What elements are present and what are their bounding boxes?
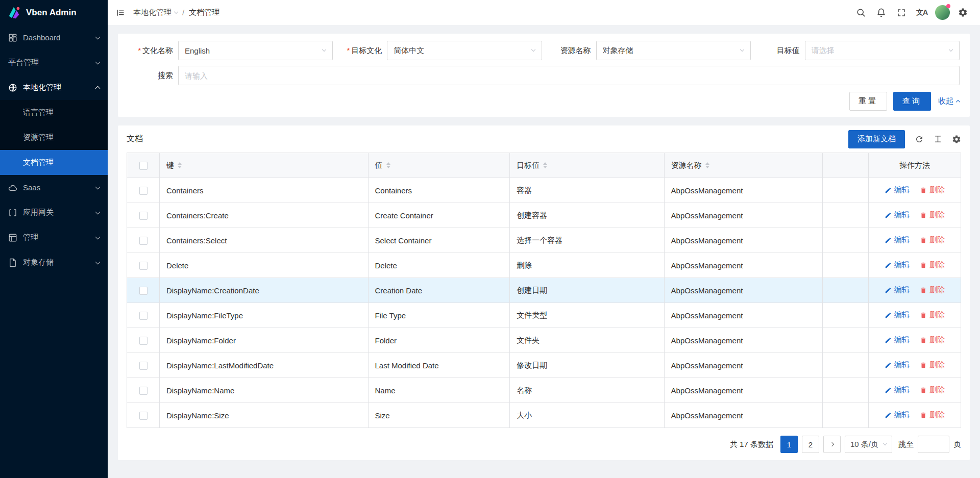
pencil-icon (885, 287, 892, 294)
page-size-value: 10 条/页 (850, 440, 878, 449)
query-button[interactable]: 查询 (893, 92, 931, 111)
row-checkbox[interactable] (139, 337, 148, 345)
edit-button[interactable]: 编辑 (885, 385, 910, 395)
sidebar-item-label: 对象存储 (23, 258, 96, 267)
edit-button[interactable]: 编辑 (885, 335, 910, 345)
page-size-select[interactable]: 10 条/页 (845, 436, 892, 453)
fullscreen-icon[interactable] (891, 0, 912, 25)
refresh-icon[interactable] (915, 135, 924, 144)
table-row: DisplayName:LastModifiedDate Last Modifi… (127, 353, 961, 378)
row-checkbox[interactable] (139, 312, 148, 320)
delete-button[interactable]: 删除 (920, 235, 945, 245)
table-row: Delete Delete 删除 AbpOssManagement 编辑 删除 (127, 253, 961, 278)
row-checkbox[interactable] (139, 262, 148, 270)
sidebar-item-dashboard[interactable]: Dashboard (0, 25, 108, 50)
cell-resource-name: AbpOssManagement (664, 328, 822, 353)
sidebar-item-platform-management[interactable]: 平台管理 (0, 50, 108, 75)
cell-value: Create Container (368, 203, 510, 228)
breadcrumb-parent[interactable]: 本地化管理 (133, 8, 178, 17)
sort-icon[interactable] (543, 162, 547, 168)
column-header-value[interactable]: 值 (368, 153, 510, 178)
edit-button[interactable]: 编辑 (885, 410, 910, 420)
field-label: *目标文化 (337, 46, 387, 56)
search-input[interactable] (178, 66, 960, 85)
delete-button[interactable]: 删除 (920, 260, 945, 270)
translate-icon[interactable]: 文A (912, 0, 932, 25)
field-target-value: 目标值 请选择 (755, 41, 960, 60)
delete-button[interactable]: 删除 (920, 185, 945, 195)
row-checkbox[interactable] (139, 287, 148, 295)
cell-key: Containers:Create (160, 203, 369, 228)
notification-bell-icon[interactable] (871, 0, 891, 25)
collapse-link[interactable]: 收起 (938, 96, 960, 106)
edit-button[interactable]: 编辑 (885, 210, 910, 220)
menu-fold-icon[interactable] (108, 0, 133, 25)
table-row: Containers:Select Select Container 选择一个容… (127, 228, 961, 253)
delete-button[interactable]: 删除 (920, 310, 945, 320)
chevron-down-icon (883, 441, 887, 445)
page-content: *文化名称 English *目标文化 简体中文 资源名称 (108, 25, 980, 478)
sidebar-item-resource-management[interactable]: 资源管理 (0, 125, 108, 150)
delete-button[interactable]: 删除 (920, 410, 945, 420)
cell-spacer (823, 303, 869, 328)
row-checkbox[interactable] (139, 237, 148, 245)
cell-target-value: 修改日期 (510, 353, 664, 378)
column-settings-gear-icon[interactable] (952, 135, 961, 144)
sidebar-item-management[interactable]: 管理 (0, 225, 108, 250)
cell-resource-name: AbpOssManagement (664, 378, 822, 403)
edit-button[interactable]: 编辑 (885, 310, 910, 320)
column-header-key[interactable]: 键 (160, 153, 369, 178)
sort-icon[interactable] (705, 162, 709, 168)
page-1-button[interactable]: 1 (780, 436, 798, 453)
sidebar-item-localization-management[interactable]: 本地化管理 (0, 75, 108, 100)
delete-button[interactable]: 删除 (920, 285, 945, 295)
target-value-select[interactable]: 请选择 (805, 41, 960, 60)
row-checkbox[interactable] (139, 187, 148, 195)
sidebar-item-saas[interactable]: Saas (0, 175, 108, 200)
sidebar-item-object-storage[interactable]: 对象存储 (0, 250, 108, 275)
sidebar-menu: Dashboard 平台管理 本地化管理 语言管理 资源管理 文档管理 (0, 25, 108, 478)
sort-icon[interactable] (178, 162, 182, 168)
edit-button[interactable]: 编辑 (885, 185, 910, 195)
row-checkbox[interactable] (139, 387, 148, 395)
delete-button[interactable]: 删除 (920, 385, 945, 395)
logo-icon (6, 5, 21, 20)
next-page-button[interactable] (823, 436, 841, 453)
sidebar-item-language-management[interactable]: 语言管理 (0, 100, 108, 125)
reset-button[interactable]: 重置 (849, 92, 887, 111)
edit-button[interactable]: 编辑 (885, 235, 910, 245)
chevron-down-icon (531, 47, 535, 52)
sidebar-item-app-gateway[interactable]: 应用网关 (0, 200, 108, 225)
row-checkbox[interactable] (139, 412, 148, 420)
column-header-target-value[interactable]: 目标值 (510, 153, 664, 178)
culture-name-select[interactable]: English (178, 41, 333, 60)
target-culture-select[interactable]: 简体中文 (387, 41, 542, 60)
cell-spacer (823, 328, 869, 353)
sidebar-item-document-management[interactable]: 文档管理 (0, 150, 108, 175)
resource-name-select[interactable]: 对象存储 (596, 41, 751, 60)
file-icon (8, 258, 17, 267)
row-height-icon[interactable] (934, 135, 942, 143)
jump-page-input[interactable] (918, 436, 949, 453)
row-checkbox[interactable] (139, 362, 148, 370)
edit-button[interactable]: 编辑 (885, 260, 910, 270)
edit-button[interactable]: 编辑 (885, 285, 910, 295)
field-target-culture: *目标文化 简体中文 (337, 41, 542, 60)
settings-gear-icon[interactable] (952, 0, 973, 25)
delete-button[interactable]: 删除 (920, 335, 945, 345)
app-logo[interactable]: Vben Admin (0, 0, 108, 25)
pencil-icon (885, 237, 892, 244)
edit-button[interactable]: 编辑 (885, 360, 910, 370)
column-header-resource-name[interactable]: 资源名称 (664, 153, 822, 178)
chevron-down-icon (740, 47, 744, 52)
sort-icon[interactable] (386, 162, 390, 168)
delete-button[interactable]: 删除 (920, 360, 945, 370)
chevron-down-icon (949, 47, 953, 52)
delete-button[interactable]: 删除 (920, 210, 945, 220)
row-checkbox[interactable] (139, 212, 148, 220)
page-2-button[interactable]: 2 (802, 436, 819, 453)
add-document-button[interactable]: 添加新文档 (848, 130, 905, 148)
select-all-checkbox[interactable] (139, 162, 148, 170)
user-avatar[interactable] (932, 0, 952, 25)
search-icon[interactable] (850, 0, 871, 25)
